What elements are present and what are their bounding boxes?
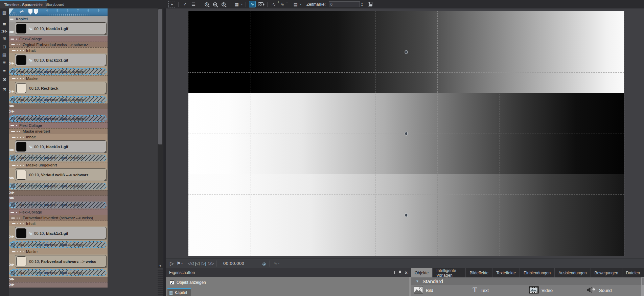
curve-tool-icon[interactable]: ∿ <box>249 1 256 7</box>
grid-icon[interactable]: ▦ <box>233 1 240 7</box>
save-timemark-icon[interactable] <box>367 1 374 7</box>
track-header-row[interactable]: Flexi-Collage <box>9 36 108 42</box>
timemarker-visibility-icon[interactable] <box>262 261 266 266</box>
track-gutter-icon[interactable]: ⋙ <box>9 176 14 180</box>
new-track-drop-zone[interactable]: ↓Hierher ziehen, um neue Spur anzulegen. <box>9 68 107 75</box>
track-header-row[interactable]: Inhalt <box>9 47 108 53</box>
new-track-drop-row[interactable]: ↓Hierher ziehen, um neue Spur anzulegen. <box>9 201 108 209</box>
object-center-handle[interactable] <box>405 50 408 54</box>
object-center-handle[interactable] <box>405 132 408 135</box>
toolbox-scrollbar[interactable] <box>641 277 644 296</box>
timeline-vertical-scrollbar[interactable]: ▼ <box>158 8 163 268</box>
track-gutter-icon[interactable]: ⋙ <box>9 190 14 195</box>
track-gutter-icon[interactable]: ⋙ <box>9 89 14 94</box>
track-gutter-icon[interactable]: ⋙ <box>9 104 14 108</box>
object-center-handle[interactable] <box>405 213 408 217</box>
panel-resize-grip[interactable] <box>158 270 163 296</box>
fit-frame-icon[interactable]: ⊡ <box>0 87 9 92</box>
new-track-drop-zone[interactable]: ↓Hierher ziehen, um neue Spur anzulegen. <box>9 115 107 122</box>
smooth-curve-icon[interactable]: ✓ <box>182 1 188 7</box>
tab-timeline-spuransicht[interactable]: Timeline - Spuransicht <box>0 0 47 8</box>
timeline-object[interactable]: ∿00:10, black1x1.gif <box>15 227 107 240</box>
keyframe-track-icon[interactable]: ∿ <box>272 261 279 266</box>
track-gutter-icon[interactable]: ⋙ <box>9 109 14 114</box>
timeline-object[interactable]: ∿00:10, black1x1.gif <box>15 22 107 35</box>
object-list-dropdown-caret[interactable]: ▾ <box>300 3 301 6</box>
zoom-in-icon[interactable]: + <box>203 1 210 7</box>
zoom-out-icon[interactable]: − <box>212 1 218 7</box>
collapse-dash-icon[interactable] <box>10 39 14 40</box>
keyframe-options-caret[interactable]: ▾ <box>278 262 279 265</box>
timeline-object[interactable]: 00:10, Verlauf weiiß ---> schwarz <box>15 168 107 181</box>
previous-frame-button[interactable]: |◁ <box>194 261 201 266</box>
empty-track-row[interactable]: ⋙ <box>9 104 108 109</box>
restore-window-icon[interactable] <box>392 271 395 274</box>
toolbox-item-text[interactable]: TText <box>472 285 489 296</box>
standard-section-header[interactable]: ▼ Standard <box>411 277 644 285</box>
track-object-row[interactable]: ⋙∿00:10, black1x1.gif <box>9 140 108 154</box>
track-gutter-icon[interactable]: ⋙ <box>9 277 14 281</box>
track-gutter-icon[interactable]: ⋙ <box>9 263 14 267</box>
track-object-row[interactable]: ⋙00:10, Farbverlauf schwarz --> weiss <box>9 254 108 269</box>
toolbox-item-bild[interactable]: Bild <box>414 285 433 296</box>
collapse-dash-icon[interactable] <box>12 223 16 224</box>
grid-dropdown-caret[interactable]: ▾ <box>241 3 243 6</box>
toolbox-item-video[interactable]: Video <box>529 285 553 296</box>
collapse-dash-icon[interactable] <box>10 212 14 213</box>
v-scrollbar-thumb[interactable] <box>158 9 162 144</box>
toolbox-item-sound[interactable]: Sound <box>586 285 612 296</box>
collapse-dash-icon[interactable] <box>12 50 16 51</box>
timeline-object[interactable]: ∿00:10, black1x1.gif <box>15 54 107 66</box>
next-frame-button[interactable]: ▷| <box>201 261 207 266</box>
new-track-drop-row[interactable]: ↓Hierher ziehen, um neue Spur anzulegen. <box>9 182 108 190</box>
timeline-object[interactable]: 00:10, Farbverlauf schwarz --> weiss <box>15 255 107 268</box>
track-gutter-icon[interactable]: ⋙ <box>9 282 14 287</box>
empty-track-row[interactable]: ⋙ <box>9 190 108 196</box>
track-object-row[interactable]: ⋙00:10, Rechteck <box>9 81 108 95</box>
empty-track-row[interactable]: ⋙ <box>9 109 108 114</box>
track-gutter-icon[interactable]: ⋙ <box>9 61 14 66</box>
track-mute-icon[interactable]: ▨ <box>0 10 9 15</box>
collapse-dash-icon[interactable] <box>12 165 16 166</box>
collapse-dash-icon[interactable] <box>11 218 15 219</box>
toolbox-tab-ausblendungen[interactable]: Ausblendungen <box>555 268 591 277</box>
align-objects-icon[interactable]: ≡ <box>0 60 9 65</box>
stagger-objects-icon[interactable]: ≡ <box>0 68 9 73</box>
layers-icon[interactable]: ☰ <box>190 1 197 7</box>
track-header-row[interactable]: Orginal Farbverlauf weiss --> schwarz <box>9 42 108 47</box>
new-track-drop-row[interactable]: ↓Hierher ziehen, um neue Spur anzulegen. <box>9 114 108 122</box>
track-header-row[interactable]: Inhalt <box>9 134 108 140</box>
toolbox-tab-bildeffekte[interactable]: Bildeffekte <box>466 268 492 277</box>
toolbox-tab-objekte[interactable]: Objekte <box>411 268 433 277</box>
track-gutter-icon[interactable]: ⋙ <box>9 148 14 152</box>
track-header-row[interactable]: Maske <box>9 75 108 81</box>
empty-track-row[interactable]: ⋙ <box>9 282 108 288</box>
track-header-row[interactable]: Kapitel <box>9 16 108 22</box>
tracks-view-icon[interactable]: ▤ <box>0 52 9 58</box>
sort-objects-icon[interactable]: ≣ <box>0 21 9 26</box>
track-gutter-icon[interactable]: ⋙ <box>9 234 14 239</box>
new-track-drop-zone[interactable]: ↓Hierher ziehen, um neue Spur anzulegen. <box>9 202 107 208</box>
empty-track-row[interactable]: ⋙ <box>9 277 108 282</box>
toolbox-tab-intelligente-vorlagen[interactable]: Intelligente Vorlagen <box>433 268 466 277</box>
play-from-timemarker-button[interactable]: ⚑ <box>175 261 182 266</box>
properties-titlebar[interactable]: Eigenschaften × <box>166 268 411 277</box>
play-options-caret[interactable]: ▾ <box>181 262 183 265</box>
toolbox-tab-texteffekte[interactable]: Texteffekte <box>492 268 520 277</box>
panel-splitter[interactable] <box>163 8 166 296</box>
collapse-dash-icon[interactable] <box>12 137 16 138</box>
remove-keyframe-icon[interactable]: ∿− <box>279 1 286 7</box>
track-object-row[interactable]: ⋙∿00:10, black1x1.gif <box>9 22 108 36</box>
new-track-drop-row[interactable]: ↓Hierher ziehen, um neue Spur anzulegen. <box>9 67 108 75</box>
new-track-drop-zone[interactable]: ↓Hierher ziehen, um neue Spur anzulegen. <box>9 96 107 103</box>
zoom-reset-icon[interactable]: 1 <box>220 1 227 7</box>
track-header-row[interactable]: Inhalt <box>9 221 108 226</box>
track-header-row[interactable]: Flexi-Collage <box>9 122 108 128</box>
close-window-icon[interactable]: × <box>405 270 408 275</box>
track-header-row[interactable]: Flexi-Collage <box>9 209 108 215</box>
add-keyframe-icon[interactable]: ∿+ <box>271 1 277 7</box>
new-track-drop-zone[interactable]: ↓Hierher ziehen, um neue Spur anzulegen. <box>9 183 107 189</box>
properties-tab-kapitel[interactable]: ▦ Kapitel <box>167 288 191 296</box>
track-object-row[interactable]: ⋙∿00:10, black1x1.gif <box>9 53 108 67</box>
new-track-drop-row[interactable]: ↓Hierher ziehen, um neue Spur anzulegen. <box>9 269 108 277</box>
